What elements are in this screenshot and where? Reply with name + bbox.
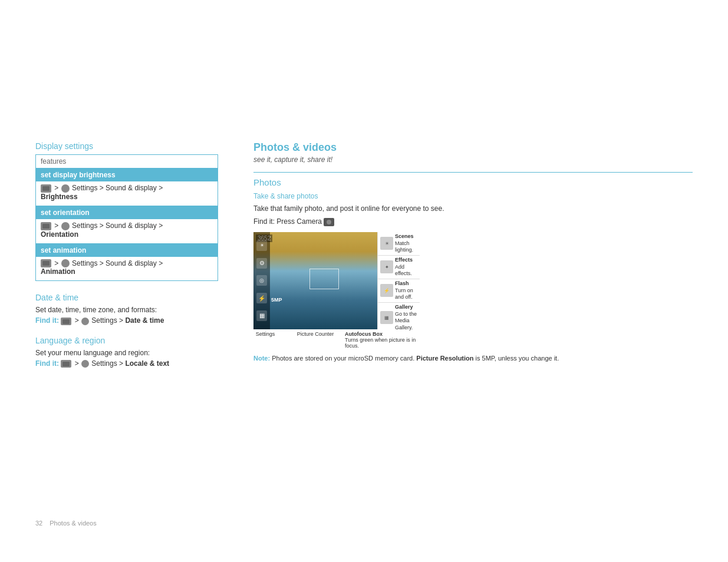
display-settings-title: Display settings (35, 141, 218, 151)
note-text: Note: Photos are stored on your microSD … (253, 353, 693, 363)
gear-icon-date (81, 318, 89, 325)
effects-icon: ✦ (380, 260, 393, 273)
cam-btn-1: ☀ (256, 240, 267, 251)
feature-title-animation: set animation (36, 243, 218, 257)
feature-title-orientation: set orientation (36, 206, 218, 219)
subsection-title: Take & share photos (253, 192, 693, 200)
scenes-icon: ☀ (380, 237, 393, 250)
camera-main-view: 3652 ☀ ⚙ ◎ ⚡ ▦ 5MP (253, 232, 377, 329)
menu-icon-3 (41, 259, 51, 267)
cam-labels-row: Settings Picture Counter Autofocus Box T… (253, 331, 420, 349)
date-time-find-it: Find it: > Settings > Date & time (35, 316, 218, 325)
right-column: Photos & videos see it, capture it, shar… (253, 141, 693, 378)
cam-btn-3: ◎ (256, 275, 267, 286)
date-time-title: Date & time (35, 293, 218, 302)
gear-icon (61, 184, 70, 193)
find-it-right: Find it: Press Camera (253, 217, 693, 226)
camera-left-sidebar: ☀ ⚙ ◎ ⚡ ▦ (253, 232, 270, 329)
gear-icon-3 (61, 259, 70, 267)
autofocus-box-label: Autofocus Box Turns green when picture i… (345, 331, 420, 349)
photos-section-title: Photos (253, 177, 693, 187)
language-section: Language & region Set your menu language… (35, 336, 218, 368)
flash-icon: ⚡ (380, 284, 393, 297)
scenes-text: Scenes Match lighting. (395, 233, 417, 254)
main-title: Photos & videos (253, 141, 693, 154)
feature-detail-brightness: > Settings > Sound & display > Brightnes… (36, 181, 218, 206)
cam-scenes-item: ☀ Scenes Match lighting. (378, 232, 420, 256)
divider (253, 172, 693, 173)
feature-title-brightness: set display brightness (36, 168, 218, 182)
camera-icon-inline (324, 218, 334, 226)
gear-icon-lang (81, 360, 89, 368)
footer-page-num: 32 (35, 520, 42, 527)
camera-right-sidebar: ☀ Scenes Match lighting. ✦ Effects Add e… (377, 232, 420, 329)
language-desc: Set your menu language and region: (35, 349, 218, 357)
cam-btn-4: ⚡ (256, 293, 267, 303)
language-find-it: Find it: > Settings > Locale & text (35, 359, 218, 368)
features-table: features set display brightness > Settin… (35, 154, 218, 281)
feature-detail-animation: > Settings > Sound & display > Animation (36, 257, 218, 281)
page-footer: 32 Photos & videos (35, 520, 97, 527)
settings-label: Settings (253, 331, 277, 349)
page-subtitle: see it, capture it, share it! (253, 156, 693, 164)
body-text: Take that family photo, and post it onli… (253, 203, 693, 214)
menu-icon-2 (41, 222, 51, 230)
menu-icon-date (61, 318, 71, 325)
features-header-row: features (36, 155, 218, 168)
cam-flash-item: ⚡ Flash Turn on and off. (378, 279, 420, 303)
cam-effects-item: ✦ Effects Add effects. (378, 256, 420, 279)
display-settings-section: Display settings features set display br… (35, 141, 218, 281)
menu-icon-lang (61, 360, 71, 368)
gallery-icon: ▦ (380, 311, 393, 324)
cam-btn-2: ⚙ (256, 258, 267, 269)
feature-detail-orientation: > Settings > Sound & display > Orientati… (36, 219, 218, 243)
left-column: Display settings features set display br… (35, 141, 218, 378)
effects-text: Effects Add effects. (395, 257, 417, 277)
features-header-cell: features (36, 155, 218, 168)
picture-counter-label: Picture Counter (289, 331, 342, 349)
gear-icon-2 (61, 222, 70, 230)
camera-screenshot: 3652 ☀ ⚙ ◎ ⚡ ▦ 5MP (253, 232, 693, 349)
date-time-desc: Set date, time, time zone, and formats: (35, 306, 218, 314)
footer-section-name: Photos & videos (50, 520, 97, 527)
cam-btn-5: ▦ (256, 310, 267, 321)
menu-icon (41, 184, 51, 193)
autofocus-box-visual (309, 269, 339, 289)
language-title: Language & region (35, 336, 218, 345)
cam-5mp-label: 5MP (271, 297, 282, 303)
flash-text: Flash Turn on and off. (395, 280, 417, 301)
gallery-text: Gallery Go to the Media Gallery. (395, 304, 417, 332)
cam-gallery-item: ▦ Gallery Go to the Media Gallery. (378, 303, 420, 333)
date-time-section: Date & time Set date, time, time zone, a… (35, 293, 218, 325)
